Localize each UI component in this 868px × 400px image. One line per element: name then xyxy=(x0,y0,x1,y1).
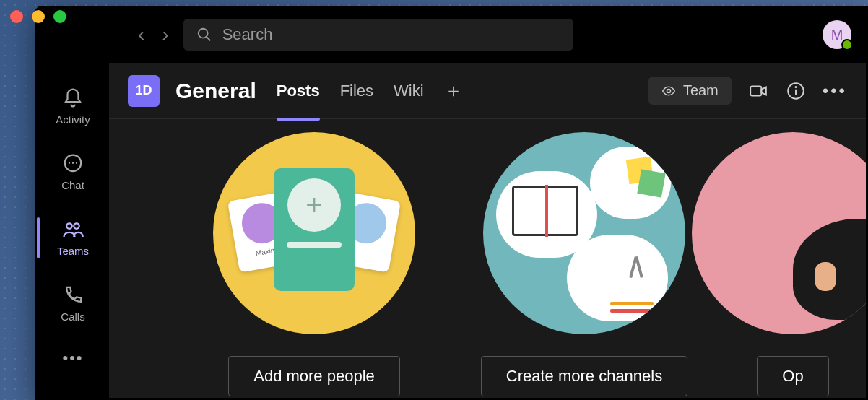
meet-button[interactable] xyxy=(747,80,769,102)
card-open-faq: Op xyxy=(739,132,847,398)
add-people-illustration: Maxine + xyxy=(213,132,415,334)
create-channels-illustration xyxy=(483,132,685,334)
teams-icon xyxy=(62,219,84,240)
bell-icon xyxy=(62,87,84,109)
app-rail: Activity Chat Teams Calls ••• xyxy=(37,63,109,398)
channel-name: General xyxy=(175,79,256,103)
team-visibility-label: Team xyxy=(683,82,719,99)
video-icon xyxy=(749,82,768,100)
button-label: Create more channels xyxy=(506,367,662,385)
chat-icon xyxy=(62,153,84,175)
team-tile[interactable]: 1D xyxy=(128,75,160,107)
plus-icon: + xyxy=(287,178,341,232)
nav-history: ‹ › xyxy=(138,23,169,46)
main-pane: 1D General Posts Files Wiki ＋ Team xyxy=(109,63,866,398)
nav-back-button[interactable]: ‹ xyxy=(138,23,144,46)
notebook-icon xyxy=(512,186,578,236)
rail-label: Chat xyxy=(61,179,84,191)
tab-posts[interactable]: Posts xyxy=(277,77,320,105)
profile-avatar[interactable]: M xyxy=(823,20,851,49)
svg-point-9 xyxy=(795,87,796,87)
search-input[interactable]: Search xyxy=(183,19,573,51)
add-card-icon: + xyxy=(274,168,355,291)
svg-point-4 xyxy=(74,223,79,229)
open-faq-illustration xyxy=(692,132,866,334)
minimize-window-button[interactable] xyxy=(32,10,45,23)
channel-header: 1D General Posts Files Wiki ＋ Team xyxy=(109,63,866,119)
button-label: Op xyxy=(782,367,803,385)
team-tile-text: 1D xyxy=(135,83,152,98)
card-create-channels: Create more channels xyxy=(469,132,700,398)
sticky-note-icon xyxy=(637,169,665,197)
svg-point-5 xyxy=(667,89,670,92)
nav-forward-button[interactable]: › xyxy=(162,23,168,46)
tab-wiki[interactable]: Wiki xyxy=(394,77,424,105)
team-visibility-button[interactable]: Team xyxy=(648,77,732,105)
search-placeholder: Search xyxy=(222,25,273,44)
create-channels-button[interactable]: Create more channels xyxy=(481,356,687,396)
eye-icon xyxy=(661,84,676,98)
app-window: ‹ › Search M Activity Chat Teams xyxy=(35,6,868,400)
presence-available-icon xyxy=(841,39,853,51)
svg-point-3 xyxy=(66,223,72,229)
rail-label: Activity xyxy=(56,113,90,126)
onboarding-cards: Maxine + Add more people xyxy=(109,119,866,398)
svg-rect-6 xyxy=(750,86,761,95)
phone-icon xyxy=(62,284,84,306)
open-faq-button[interactable]: Op xyxy=(757,356,828,396)
rail-label: Calls xyxy=(61,310,84,323)
tab-label: Files xyxy=(340,82,373,100)
search-icon xyxy=(196,27,212,43)
rail-chat[interactable]: Chat xyxy=(37,149,109,196)
tab-label: Posts xyxy=(277,82,320,100)
maximize-window-button[interactable] xyxy=(53,10,66,23)
card-add-people: Maxine + Add more people xyxy=(199,132,430,398)
tab-label: Wiki xyxy=(394,82,424,100)
channel-info-button[interactable] xyxy=(785,80,807,102)
button-label: Add more people xyxy=(253,367,375,385)
window-traffic-lights xyxy=(10,10,66,23)
info-icon xyxy=(786,82,805,100)
rail-more-button[interactable]: ••• xyxy=(62,349,83,368)
rail-teams[interactable]: Teams xyxy=(37,214,109,261)
title-bar: ‹ › Search M xyxy=(37,8,866,63)
svg-line-1 xyxy=(206,37,210,41)
add-people-button[interactable]: Add more people xyxy=(228,356,400,396)
channel-tabs: Posts Files Wiki ＋ xyxy=(277,77,463,105)
tab-files[interactable]: Files xyxy=(340,77,373,105)
pencils-icon xyxy=(610,302,654,305)
more-options-button[interactable]: ••• xyxy=(823,81,847,101)
rail-calls[interactable]: Calls xyxy=(37,280,109,327)
close-window-button[interactable] xyxy=(10,10,23,23)
avatar-initial: M xyxy=(831,27,843,43)
add-tab-button[interactable]: ＋ xyxy=(444,78,463,103)
scissors-icon xyxy=(626,256,646,282)
rail-activity[interactable]: Activity xyxy=(37,83,109,130)
rail-label: Teams xyxy=(57,245,89,257)
svg-point-0 xyxy=(198,29,207,38)
